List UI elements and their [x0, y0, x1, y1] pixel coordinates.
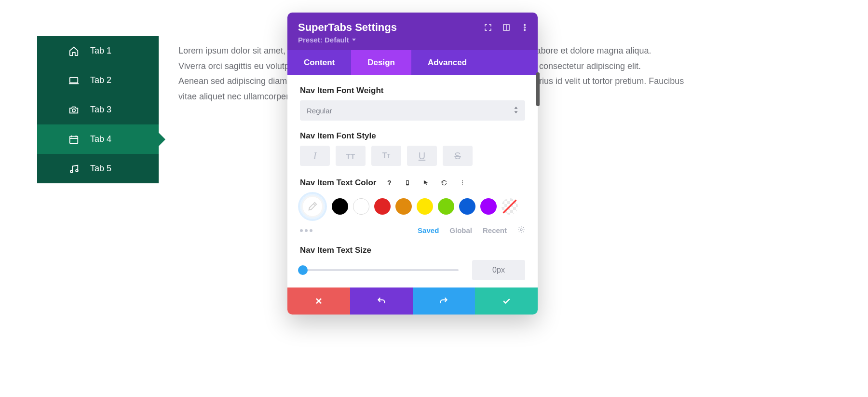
svg-point-12: [462, 182, 463, 183]
reset-icon[interactable]: [438, 177, 450, 189]
svg-point-3: [70, 170, 73, 173]
text-size-value[interactable]: 0px: [472, 260, 525, 280]
swatch-black[interactable]: [332, 198, 348, 215]
slider-thumb[interactable]: [298, 265, 308, 275]
sidebar-item-label: Tab 2: [90, 75, 111, 85]
swatch-red[interactable]: [374, 198, 391, 215]
font-weight-value: Regular: [307, 107, 332, 115]
svg-point-14: [520, 229, 522, 231]
svg-rect-2: [70, 136, 78, 143]
sidebar-item-label: Tab 3: [90, 105, 111, 115]
svg-point-8: [524, 29, 526, 31]
palette-tab-saved[interactable]: Saved: [418, 226, 439, 234]
swatch-green[interactable]: [438, 198, 454, 215]
svg-point-13: [462, 184, 463, 185]
palette-tab-recent[interactable]: Recent: [483, 226, 507, 234]
font-style-label: Nav Item Font Style: [300, 131, 525, 141]
palette-drag-icon[interactable]: [300, 229, 312, 232]
sidebar-item-tab4[interactable]: Tab 4: [37, 124, 159, 154]
settings-modal: SuperTabs Settings Preset: Default Conte…: [287, 13, 538, 315]
italic-button[interactable]: I: [300, 146, 330, 166]
text-size-slider[interactable]: [300, 260, 459, 280]
confirm-button[interactable]: [475, 287, 538, 315]
svg-point-6: [524, 24, 526, 26]
sidebar: Tab 1 Tab 2 Tab 3 Tab 4 Tab 5: [37, 36, 159, 183]
svg-point-11: [462, 180, 463, 181]
calendar-icon: [68, 134, 80, 145]
color-picker-icon[interactable]: [300, 194, 325, 219]
text-color-label-text: Nav Item Text Color: [300, 178, 376, 188]
palette-tabs: Saved Global Recent: [300, 226, 525, 235]
columns-icon[interactable]: [502, 23, 511, 32]
sidebar-item-label: Tab 4: [90, 134, 111, 144]
uppercase-button[interactable]: TT: [336, 146, 366, 166]
sidebar-item-label: Tab 1: [90, 46, 111, 56]
preset-label: Preset: Default: [298, 36, 349, 44]
undo-button[interactable]: [350, 287, 413, 315]
more-vert-icon[interactable]: [520, 23, 529, 32]
redo-button[interactable]: [413, 287, 475, 315]
text-color-label: Nav Item Text Color ?: [300, 177, 525, 189]
tab-design[interactable]: Design: [351, 50, 411, 75]
gear-icon[interactable]: [517, 226, 525, 235]
sidebar-item-tab3[interactable]: Tab 3: [37, 95, 159, 124]
smallcaps-button[interactable]: TT: [371, 146, 401, 166]
modal-tabs: Content Design Advanced: [287, 50, 538, 75]
svg-point-4: [76, 169, 78, 172]
font-weight-label: Nav Item Font Weight: [300, 86, 525, 96]
svg-rect-0: [70, 77, 78, 82]
home-icon: [68, 45, 80, 57]
cursor-icon[interactable]: [420, 177, 432, 189]
color-swatches: [300, 194, 525, 219]
svg-point-1: [72, 109, 75, 111]
scrollbar-thumb[interactable]: [536, 72, 540, 106]
svg-point-7: [524, 27, 526, 28]
modal-body: Nav Item Font Weight Regular Nav Item Fo…: [287, 75, 538, 287]
sidebar-item-tab5[interactable]: Tab 5: [37, 154, 159, 183]
modal-header: SuperTabs Settings Preset: Default: [287, 13, 538, 50]
phone-icon[interactable]: [401, 177, 414, 189]
cancel-button[interactable]: [287, 287, 350, 315]
chevron-updown-icon: [514, 107, 518, 115]
preset-dropdown[interactable]: Preset: Default: [298, 36, 356, 44]
tab-advanced[interactable]: Advanced: [411, 50, 483, 75]
sidebar-item-label: Tab 5: [90, 164, 111, 174]
palette-tab-global[interactable]: Global: [449, 226, 472, 234]
swatch-orange[interactable]: [395, 198, 412, 215]
underline-button[interactable]: U: [407, 146, 437, 166]
swatch-blue[interactable]: [459, 198, 475, 215]
swatch-none[interactable]: [502, 198, 518, 215]
camera-icon: [68, 104, 80, 116]
laptop-icon: [68, 75, 80, 86]
swatch-purple[interactable]: [480, 198, 497, 215]
help-icon[interactable]: ?: [383, 177, 395, 189]
music-icon: [68, 163, 80, 175]
tab-content[interactable]: Content: [287, 50, 351, 75]
sidebar-item-tab2[interactable]: Tab 2: [37, 66, 159, 95]
strikethrough-button[interactable]: S: [443, 146, 473, 166]
svg-rect-10: [407, 181, 409, 184]
swatch-white[interactable]: [353, 198, 369, 215]
font-weight-select[interactable]: Regular: [300, 100, 525, 121]
swatch-yellow[interactable]: [417, 198, 433, 215]
sidebar-item-tab1[interactable]: Tab 1: [37, 36, 159, 66]
modal-footer: [287, 287, 538, 315]
expand-icon[interactable]: [484, 23, 492, 32]
text-size-label: Nav Item Text Size: [300, 246, 525, 255]
more-vert-icon[interactable]: [456, 177, 469, 189]
